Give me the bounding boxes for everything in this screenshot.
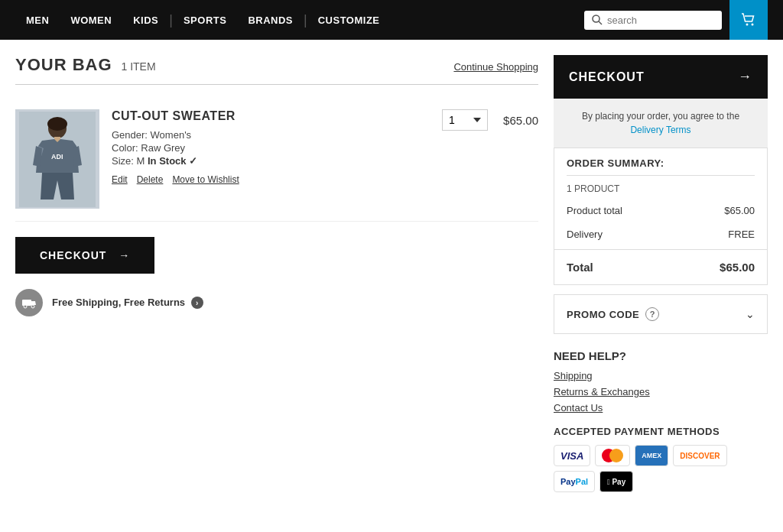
right-checkout-button[interactable]: CHECKOUT → xyxy=(554,55,768,99)
order-terms: By placing your order, you agree to the … xyxy=(554,99,768,148)
delivery-value: FREE xyxy=(728,229,755,240)
total-label: Total xyxy=(567,261,593,274)
checkout-label: CHECKOUT xyxy=(40,249,106,261)
returns-help-link[interactable]: Returns & Exchanges xyxy=(554,386,768,397)
contact-help-link[interactable]: Contact Us xyxy=(554,402,768,414)
product-image: ADI xyxy=(15,109,99,209)
payment-methods-section: ACCEPTED PAYMENT METHODS VISA AMEX DISCO… xyxy=(554,426,768,492)
free-shipping-section: Free Shipping, Free Returns › xyxy=(15,289,538,316)
bag-title-group: YOUR BAG 1 ITEM xyxy=(15,55,156,75)
promo-chevron-icon: ⌄ xyxy=(746,308,755,320)
shipping-help-link[interactable]: Shipping xyxy=(554,370,768,381)
checkout-button[interactable]: CHECKOUT → xyxy=(15,237,154,274)
promo-code-section[interactable]: PROMO CODE ? ⌄ xyxy=(554,294,768,334)
search-input[interactable] xyxy=(607,15,714,26)
nav-brands[interactable]: BRANDS xyxy=(237,15,304,26)
promo-help-icon: ? xyxy=(645,307,659,321)
applepay-payment-icon:  Pay xyxy=(599,471,633,492)
paypal-payment-icon: PayPal xyxy=(554,471,595,492)
svg-rect-9 xyxy=(22,300,31,306)
nav-right xyxy=(584,0,768,40)
checkout-arrow-icon: → xyxy=(119,249,130,261)
product-info: CUT-OUT SWEATER Gender: Women's Color: R… xyxy=(112,109,430,185)
svg-line-1 xyxy=(599,21,602,24)
payment-icons: VISA AMEX DISCOVER PayPal  Pay xyxy=(554,445,768,492)
nav-customize[interactable]: CUSTOMIZE xyxy=(307,15,391,26)
search-box xyxy=(584,11,722,30)
svg-point-2 xyxy=(746,24,749,26)
order-summary-title: ORDER SUMMARY: xyxy=(554,148,767,175)
product-total-label: Product total xyxy=(567,205,622,216)
product-actions: Edit Delete Move to Wishlist xyxy=(112,174,430,185)
amex-payment-icon: AMEX xyxy=(635,445,668,466)
product-total-value: $65.00 xyxy=(724,205,755,216)
need-help-section: NEED HELP? Shipping Returns & Exchanges … xyxy=(554,349,768,414)
product-name: CUT-OUT SWEATER xyxy=(112,109,430,123)
order-summary-box: ORDER SUMMARY: 1 PRODUCT Product total $… xyxy=(554,148,768,285)
discover-payment-icon: DISCOVER xyxy=(673,445,726,466)
cart-icon xyxy=(740,11,757,28)
nav-kids[interactable]: KIDS xyxy=(122,15,169,26)
svg-point-10 xyxy=(24,305,27,308)
right-checkout-arrow-icon: → xyxy=(738,69,752,85)
total-row: Total $65.00 xyxy=(554,249,767,284)
product-gender: Gender: Women's xyxy=(112,129,430,141)
mastercard-payment-icon xyxy=(595,445,630,466)
product-row: ADI CUT-OUT SWEATER Gender: Women's Colo… xyxy=(15,97,538,222)
quantity-selector[interactable]: 1 2 3 4 5 xyxy=(442,109,488,131)
nav-men[interactable]: MEN xyxy=(15,15,60,26)
right-panel: CHECKOUT → By placing your order, you ag… xyxy=(554,55,768,492)
product-color: Color: Raw Grey xyxy=(112,142,430,154)
product-total-row: Product total $65.00 xyxy=(554,199,767,222)
in-stock-label: In Stock ✓ xyxy=(148,155,197,167)
bag-header: YOUR BAG 1 ITEM Continue Shopping xyxy=(15,55,538,85)
svg-point-6 xyxy=(47,117,67,131)
continue-shopping-link[interactable]: Continue Shopping xyxy=(453,61,538,73)
svg-point-3 xyxy=(752,24,754,26)
edit-link[interactable]: Edit xyxy=(112,174,128,185)
delete-link[interactable]: Delete xyxy=(137,174,164,185)
navigation: MEN WOMEN KIDS | SPORTS BRANDS | CUSTOMI… xyxy=(0,0,783,40)
total-value: $65.00 xyxy=(720,261,755,274)
product-size: Size: M In Stock ✓ xyxy=(112,155,430,167)
nav-women[interactable]: WOMEN xyxy=(60,15,122,26)
visa-payment-icon: VISA xyxy=(554,445,590,466)
right-checkout-label: CHECKOUT xyxy=(569,70,645,84)
shipping-text: Free Shipping, Free Returns › xyxy=(52,297,203,310)
main-container: YOUR BAG 1 ITEM Continue Shopping xyxy=(0,40,783,508)
truck-icon xyxy=(21,295,37,310)
left-panel: YOUR BAG 1 ITEM Continue Shopping xyxy=(15,55,538,492)
delivery-terms-link[interactable]: Delivery Terms xyxy=(630,125,690,135)
need-help-title: NEED HELP? xyxy=(554,349,768,362)
bag-count: 1 ITEM xyxy=(121,60,155,73)
svg-point-11 xyxy=(31,305,34,308)
product-illustration: ADI xyxy=(19,112,96,207)
product-count-row: 1 PRODUCT xyxy=(554,176,767,199)
cart-button[interactable] xyxy=(729,0,768,40)
nav-links: MEN WOMEN KIDS | SPORTS BRANDS | CUSTOMI… xyxy=(15,12,391,28)
svg-text:ADI: ADI xyxy=(51,153,63,161)
product-price: $65.00 xyxy=(503,114,538,127)
move-to-wishlist-link[interactable]: Move to Wishlist xyxy=(172,174,239,185)
qty-price: 1 2 3 4 5 $65.00 xyxy=(442,109,538,131)
nav-sports[interactable]: SPORTS xyxy=(173,15,237,26)
bag-title: YOUR BAG xyxy=(15,55,112,74)
promo-label: PROMO CODE ? xyxy=(567,307,659,321)
svg-point-0 xyxy=(593,15,599,22)
payment-methods-title: ACCEPTED PAYMENT METHODS xyxy=(554,426,768,437)
shipping-arrow-icon: › xyxy=(191,297,203,309)
delivery-label: Delivery xyxy=(567,229,603,240)
search-icon xyxy=(592,15,603,25)
delivery-row: Delivery FREE xyxy=(554,222,767,246)
shipping-icon xyxy=(15,289,43,316)
